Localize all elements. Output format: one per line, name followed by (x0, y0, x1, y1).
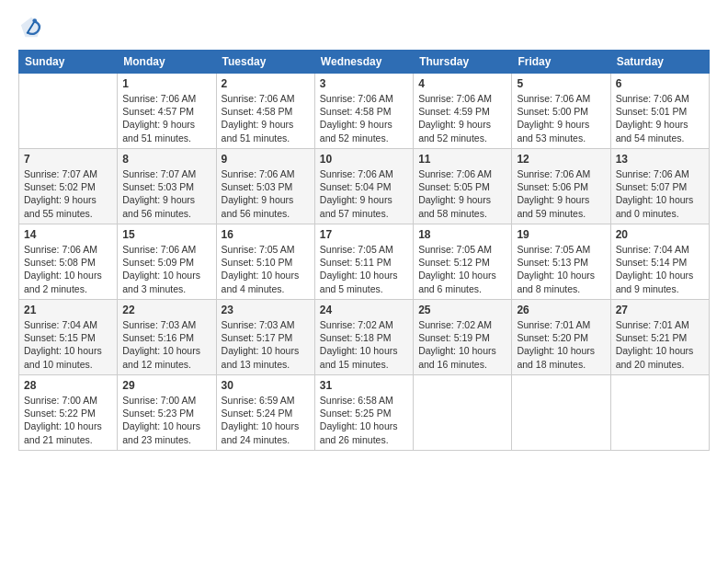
day-info: Sunrise: 7:01 AM Sunset: 5:21 PM Dayligh… (616, 318, 704, 371)
day-number: 26 (517, 304, 605, 316)
header (18, 15, 710, 40)
calendar-cell: 9Sunrise: 7:06 AM Sunset: 5:03 PM Daylig… (216, 149, 314, 224)
day-info: Sunrise: 7:06 AM Sunset: 4:58 PM Dayligh… (222, 92, 310, 144)
day-header-friday: Friday (512, 51, 610, 74)
day-info: Sunrise: 7:05 AM Sunset: 5:12 PM Dayligh… (418, 243, 506, 295)
day-info: Sunrise: 7:04 AM Sunset: 5:14 PM Dayligh… (616, 243, 704, 295)
day-number: 31 (320, 379, 408, 392)
day-number: 16 (222, 228, 310, 241)
day-info: Sunrise: 7:06 AM Sunset: 4:59 PM Dayligh… (418, 92, 506, 144)
day-number: 12 (517, 153, 605, 166)
calendar-cell: 2Sunrise: 7:06 AM Sunset: 4:58 PM Daylig… (216, 74, 314, 149)
day-info: Sunrise: 7:07 AM Sunset: 5:03 PM Dayligh… (122, 167, 210, 220)
calendar-cell: 31Sunrise: 6:58 AM Sunset: 5:25 PM Dayli… (314, 375, 413, 451)
calendar-cell: 30Sunrise: 6:59 AM Sunset: 5:24 PM Dayli… (216, 375, 314, 451)
calendar-cell: 27Sunrise: 7:01 AM Sunset: 5:21 PM Dayli… (610, 300, 709, 375)
day-header-monday: Monday (118, 51, 216, 74)
calendar-cell: 22Sunrise: 7:03 AM Sunset: 5:16 PM Dayli… (118, 300, 216, 375)
calendar-cell: 4Sunrise: 7:06 AM Sunset: 4:59 PM Daylig… (414, 74, 512, 149)
day-info: Sunrise: 7:06 AM Sunset: 5:09 PM Dayligh… (122, 243, 210, 295)
day-info: Sunrise: 7:05 AM Sunset: 5:13 PM Dayligh… (517, 243, 605, 295)
calendar-cell: 28Sunrise: 7:00 AM Sunset: 5:22 PM Dayli… (19, 375, 118, 451)
day-info: Sunrise: 7:06 AM Sunset: 5:08 PM Dayligh… (24, 243, 112, 295)
day-number: 14 (24, 228, 112, 241)
day-number: 19 (517, 228, 605, 241)
calendar-cell (414, 375, 512, 451)
day-info: Sunrise: 7:02 AM Sunset: 5:19 PM Dayligh… (418, 318, 506, 371)
calendar-cell: 14Sunrise: 7:06 AM Sunset: 5:08 PM Dayli… (19, 224, 118, 300)
calendar-cell: 11Sunrise: 7:06 AM Sunset: 5:05 PM Dayli… (414, 149, 512, 224)
week-row-1: 1Sunrise: 7:06 AM Sunset: 4:57 PM Daylig… (19, 74, 710, 149)
day-number: 20 (616, 228, 704, 241)
calendar-cell (512, 375, 610, 451)
day-number: 22 (122, 304, 210, 316)
day-number: 2 (222, 77, 310, 90)
day-info: Sunrise: 7:05 AM Sunset: 5:11 PM Dayligh… (320, 243, 408, 295)
week-row-4: 21Sunrise: 7:04 AM Sunset: 5:15 PM Dayli… (19, 300, 710, 375)
calendar-cell: 12Sunrise: 7:06 AM Sunset: 5:06 PM Dayli… (512, 149, 610, 224)
calendar-cell (610, 375, 709, 451)
day-info: Sunrise: 7:05 AM Sunset: 5:10 PM Dayligh… (222, 243, 310, 295)
calendar-cell: 1Sunrise: 7:06 AM Sunset: 4:57 PM Daylig… (118, 74, 216, 149)
day-info: Sunrise: 7:06 AM Sunset: 5:06 PM Dayligh… (517, 167, 605, 220)
calendar-cell: 10Sunrise: 7:06 AM Sunset: 5:04 PM Dayli… (314, 149, 413, 224)
day-info: Sunrise: 7:06 AM Sunset: 5:00 PM Dayligh… (517, 92, 605, 144)
logo (18, 15, 48, 40)
day-info: Sunrise: 7:07 AM Sunset: 5:02 PM Dayligh… (24, 167, 112, 220)
calendar-cell: 13Sunrise: 7:06 AM Sunset: 5:07 PM Dayli… (610, 149, 709, 224)
calendar-cell: 17Sunrise: 7:05 AM Sunset: 5:11 PM Dayli… (314, 224, 413, 300)
calendar-cell: 6Sunrise: 7:06 AM Sunset: 5:01 PM Daylig… (610, 74, 709, 149)
day-number: 1 (122, 77, 210, 90)
day-number: 13 (616, 153, 704, 166)
calendar-cell: 3Sunrise: 7:06 AM Sunset: 4:58 PM Daylig… (314, 74, 413, 149)
day-info: Sunrise: 7:03 AM Sunset: 5:16 PM Dayligh… (122, 318, 210, 371)
day-header-wednesday: Wednesday (314, 51, 413, 74)
day-info: Sunrise: 7:06 AM Sunset: 5:04 PM Dayligh… (320, 167, 408, 220)
day-number: 11 (418, 153, 506, 166)
day-info: Sunrise: 7:06 AM Sunset: 5:07 PM Dayligh… (616, 167, 704, 220)
week-row-2: 7Sunrise: 7:07 AM Sunset: 5:02 PM Daylig… (19, 149, 710, 224)
day-info: Sunrise: 7:00 AM Sunset: 5:23 PM Dayligh… (122, 394, 210, 446)
day-number: 27 (616, 304, 704, 316)
day-info: Sunrise: 6:59 AM Sunset: 5:24 PM Dayligh… (222, 394, 310, 446)
calendar-cell: 8Sunrise: 7:07 AM Sunset: 5:03 PM Daylig… (118, 149, 216, 224)
calendar-cell: 24Sunrise: 7:02 AM Sunset: 5:18 PM Dayli… (314, 300, 413, 375)
day-number: 7 (24, 153, 112, 166)
day-number: 3 (320, 77, 408, 90)
day-number: 17 (320, 228, 408, 241)
calendar-cell: 20Sunrise: 7:04 AM Sunset: 5:14 PM Dayli… (610, 224, 709, 300)
day-number: 9 (222, 153, 310, 166)
day-number: 29 (122, 379, 210, 392)
day-info: Sunrise: 7:06 AM Sunset: 4:57 PM Dayligh… (122, 92, 210, 144)
calendar-cell (19, 74, 118, 149)
day-number: 15 (122, 228, 210, 241)
calendar-cell: 7Sunrise: 7:07 AM Sunset: 5:02 PM Daylig… (19, 149, 118, 224)
calendar-cell: 25Sunrise: 7:02 AM Sunset: 5:19 PM Dayli… (414, 300, 512, 375)
day-number: 24 (320, 304, 408, 316)
calendar-cell: 5Sunrise: 7:06 AM Sunset: 5:00 PM Daylig… (512, 74, 610, 149)
calendar-cell: 21Sunrise: 7:04 AM Sunset: 5:15 PM Dayli… (19, 300, 118, 375)
calendar-cell: 18Sunrise: 7:05 AM Sunset: 5:12 PM Dayli… (414, 224, 512, 300)
day-number: 23 (222, 304, 310, 316)
calendar-cell: 29Sunrise: 7:00 AM Sunset: 5:23 PM Dayli… (118, 375, 216, 451)
day-info: Sunrise: 7:01 AM Sunset: 5:20 PM Dayligh… (517, 318, 605, 371)
day-number: 25 (418, 304, 506, 316)
day-info: Sunrise: 7:06 AM Sunset: 5:03 PM Dayligh… (222, 167, 310, 220)
day-info: Sunrise: 7:06 AM Sunset: 5:01 PM Dayligh… (616, 92, 704, 144)
calendar-cell: 23Sunrise: 7:03 AM Sunset: 5:17 PM Dayli… (216, 300, 314, 375)
day-info: Sunrise: 7:06 AM Sunset: 5:05 PM Dayligh… (418, 167, 506, 220)
day-number: 5 (517, 77, 605, 90)
page: SundayMondayTuesdayWednesdayThursdayFrid… (0, 0, 728, 563)
svg-point-2 (32, 18, 37, 23)
day-info: Sunrise: 6:58 AM Sunset: 5:25 PM Dayligh… (320, 394, 408, 446)
day-info: Sunrise: 7:02 AM Sunset: 5:18 PM Dayligh… (320, 318, 408, 371)
day-number: 6 (616, 77, 704, 90)
day-number: 18 (418, 228, 506, 241)
calendar-cell: 16Sunrise: 7:05 AM Sunset: 5:10 PM Dayli… (216, 224, 314, 300)
day-header-tuesday: Tuesday (216, 51, 314, 74)
day-info: Sunrise: 7:00 AM Sunset: 5:22 PM Dayligh… (24, 394, 112, 446)
week-row-5: 28Sunrise: 7:00 AM Sunset: 5:22 PM Dayli… (19, 375, 710, 451)
calendar-cell: 15Sunrise: 7:06 AM Sunset: 5:09 PM Dayli… (118, 224, 216, 300)
day-header-saturday: Saturday (610, 51, 709, 74)
day-number: 21 (24, 304, 112, 316)
